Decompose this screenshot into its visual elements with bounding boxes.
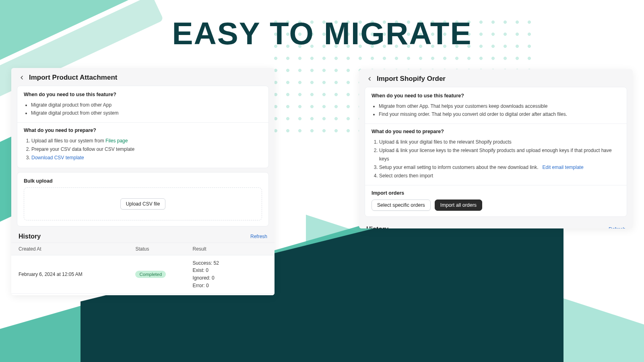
- select-specific-orders-button[interactable]: Select specific orders: [372, 200, 431, 211]
- files-page-link[interactable]: Files page: [105, 138, 128, 144]
- prepare-step-text: Upload all files to our system from: [31, 138, 105, 144]
- page-title: Import Shopify Order: [377, 75, 446, 83]
- history-title: History: [366, 226, 388, 228]
- upload-dropzone[interactable]: Upload CSV file: [24, 187, 262, 220]
- prepare-step-text: Setup your email setting to inform custo…: [379, 165, 539, 170]
- when-item: Migrate from other App. That helps your …: [379, 102, 620, 110]
- result-line: Success: 52: [193, 259, 267, 267]
- table-row: February 5, 2024 at 4:09 AM Completed Su…: [11, 294, 275, 295]
- cell-created-at: February 6, 2024 at 12:05 AM: [19, 272, 135, 277]
- prepare-step: Upload all files to our system from File…: [31, 137, 262, 145]
- when-item: Find your missing order. That help you c…: [379, 110, 620, 118]
- prepare-heading: What do you need to prepare?: [24, 128, 262, 133]
- col-created-at: Created At: [19, 246, 135, 252]
- col-status: Status: [135, 246, 192, 252]
- prepare-step: Select orders then import: [379, 172, 620, 180]
- refresh-link[interactable]: Refresh: [609, 226, 625, 228]
- import-product-attachment-panel: Import Product Attachment When do you ne…: [11, 68, 275, 295]
- col-result: Result: [193, 246, 267, 252]
- prepare-step: Setup your email setting to inform custo…: [379, 163, 620, 172]
- when-item: Migrate digital product from other syste…: [31, 109, 262, 117]
- table-row: February 6, 2024 at 12:05 AM Completed S…: [11, 255, 275, 294]
- intro-card: When do you need to use this feature? Mi…: [17, 86, 269, 168]
- prepare-step: Upload & link your digital files to the …: [379, 138, 620, 146]
- edit-email-template-link[interactable]: Edit email template: [543, 165, 584, 170]
- result-line: Exist: 0: [193, 267, 267, 274]
- when-heading: When do you need to use this feature?: [372, 93, 620, 99]
- history-table: Created At Status Result February 6, 202…: [11, 243, 275, 295]
- bulk-upload-card: Bulk upload Upload CSV file: [17, 172, 269, 226]
- status-badge: Completed: [135, 271, 166, 278]
- prepare-step: Prepare your CSV data follow our CSV tem…: [31, 145, 262, 154]
- result-line: Ignored: 0: [193, 274, 267, 282]
- refresh-link[interactable]: Refresh: [250, 234, 267, 239]
- cell-result: Success: 52 Exist: 0 Ignored: 0 Error: 0: [193, 259, 267, 289]
- import-shopify-order-panel: Import Shopify Order When do you need to…: [359, 69, 633, 228]
- upload-csv-button[interactable]: Upload CSV file: [120, 198, 166, 210]
- headline: EASY TO MIGRATE: [0, 0, 644, 52]
- result-line: Error: 0: [193, 282, 267, 290]
- bulk-upload-heading: Bulk upload: [24, 178, 262, 184]
- history-title: History: [19, 233, 41, 240]
- when-item: Migrate digital product from other App: [31, 101, 262, 109]
- prepare-step: Upload & link your license keys to the r…: [379, 146, 620, 163]
- back-arrow-icon[interactable]: [19, 75, 25, 80]
- prepare-step: Download CSV template: [31, 154, 262, 162]
- back-arrow-icon[interactable]: [367, 76, 373, 82]
- when-heading: When do you need to use this feature?: [24, 92, 262, 97]
- import-all-orders-button[interactable]: Import all orders: [435, 200, 482, 211]
- download-csv-template-link[interactable]: Download CSV template: [31, 155, 84, 160]
- intro-card: When do you need to use this feature? Mi…: [365, 87, 627, 217]
- page-title: Import Product Attachment: [29, 74, 117, 82]
- prepare-heading: What do you need to prepare?: [372, 129, 620, 134]
- import-orders-heading: Import orders: [372, 190, 620, 196]
